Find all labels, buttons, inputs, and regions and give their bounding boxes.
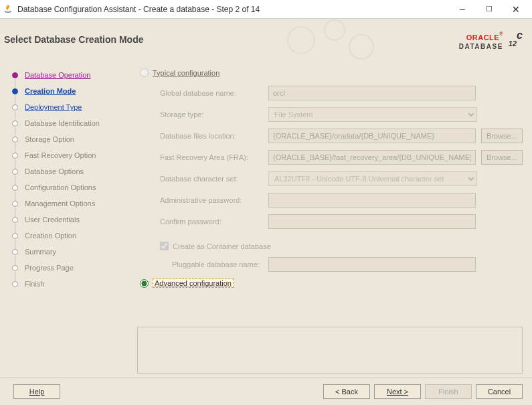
- sidebar-item-deployment-type[interactable]: Deployment Type: [12, 99, 118, 115]
- sidebar-item-creation-option: Creation Option: [12, 228, 118, 244]
- sidebar-item-storage-option: Storage Option: [12, 131, 118, 147]
- sidebar-item-management-options: Management Options: [12, 195, 118, 212]
- java-icon: [3, 4, 13, 15]
- global-dbname-input: [268, 86, 476, 100]
- sidebar-item-database-operation[interactable]: Database Operation: [12, 67, 118, 83]
- fra-input: [268, 150, 476, 165]
- confirm-password-label: Confirm password:: [160, 218, 268, 226]
- svg-point-1: [325, 20, 345, 40]
- sidebar-item-configuration-options: Configuration Options: [12, 179, 118, 195]
- cancel-button[interactable]: Cancel: [476, 384, 523, 399]
- close-button[interactable]: ✕: [503, 1, 529, 18]
- message-box: [137, 327, 523, 374]
- sidebar-item-progress-page: Progress Page: [12, 260, 118, 276]
- sidebar-item-summary: Summary: [12, 244, 118, 260]
- fra-browse-button: Browse...: [481, 150, 523, 165]
- global-dbname-label: Global database name:: [160, 89, 268, 97]
- sidebar-item-database-identification: Database Identification: [12, 115, 118, 131]
- pluggable-dbname-label: Pluggable database name:: [172, 260, 268, 268]
- typical-configuration-radio[interactable]: Typical configuration: [140, 68, 523, 77]
- pluggable-dbname-input: [268, 257, 476, 272]
- dbfiles-browse-button: Browse...: [481, 129, 523, 143]
- admin-password-label: Administrative password:: [160, 196, 268, 204]
- sidebar-item-database-options: Database Options: [12, 163, 118, 179]
- dbfiles-location-input: [268, 129, 476, 143]
- brand-area: ORACLE® DATABASE 12c: [459, 28, 523, 51]
- sidebar-item-finish: Finish: [12, 276, 118, 292]
- page-title: Select Database Creation Mode: [4, 34, 144, 45]
- next-button[interactable]: Next >: [374, 384, 421, 399]
- container-database-checkbox: Create as Container database: [160, 242, 523, 250]
- sidebar: Database Operation Creation Mode Deploym…: [0, 60, 121, 378]
- minimize-button[interactable]: ─: [449, 1, 476, 18]
- fra-label: Fast Recovery Area (FRA):: [160, 153, 268, 161]
- admin-password-input: [268, 193, 476, 208]
- charset-select: AL32UTF8 - Unicode UTF-8 Universal chara…: [268, 171, 477, 186]
- svg-point-2: [349, 35, 373, 59]
- sidebar-item-user-credentials: User Credentials: [12, 212, 118, 228]
- storage-type-select: File System: [268, 107, 477, 122]
- dbfiles-location-label: Database files location:: [160, 132, 268, 140]
- back-button[interactable]: < Back: [323, 384, 370, 399]
- svg-point-0: [288, 27, 315, 54]
- sidebar-item-fast-recovery-option: Fast Recovery Option: [12, 147, 118, 163]
- finish-button: Finish: [425, 384, 472, 399]
- charset-label: Database character set:: [160, 175, 268, 183]
- help-button[interactable]: Help: [13, 384, 60, 399]
- gears-decoration: [281, 19, 402, 60]
- sidebar-item-creation-mode[interactable]: Creation Mode: [12, 83, 118, 99]
- window-title: Database Configuration Assistant - Creat…: [17, 5, 449, 14]
- confirm-password-input: [268, 214, 476, 229]
- storage-type-label: Storage type:: [160, 110, 268, 118]
- advanced-configuration-radio[interactable]: Advanced configuration: [140, 278, 523, 288]
- maximize-button[interactable]: ☐: [476, 1, 503, 18]
